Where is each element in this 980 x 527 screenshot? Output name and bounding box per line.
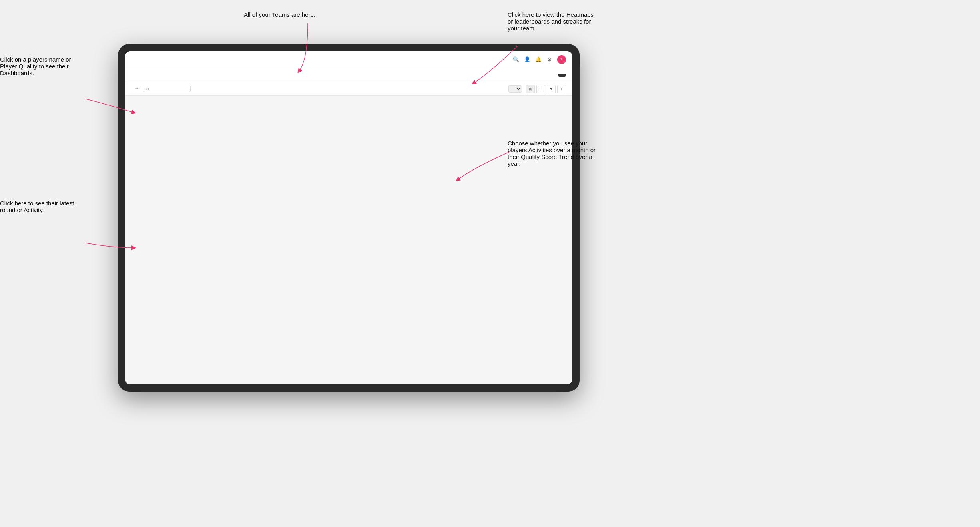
show-select[interactable] xyxy=(508,85,522,93)
tablet-screen: 🔍 👤 🔔 ⚙ P ✏ xyxy=(125,51,572,384)
sub-nav xyxy=(125,68,572,82)
settings-icon[interactable]: ⚙ xyxy=(546,56,553,63)
annotation-heatmaps: Click here to view the Heatmaps or leade… xyxy=(508,11,600,32)
sort-view-button[interactable]: ↕ xyxy=(557,85,566,93)
annotation-players: Click on a players name or Player Qualit… xyxy=(0,56,88,76)
player-grid xyxy=(125,96,572,384)
nav-icons: 🔍 👤 🔔 ⚙ P xyxy=(512,55,566,64)
bell-icon[interactable]: 🔔 xyxy=(535,56,542,63)
grid-view-button[interactable]: ⊞ xyxy=(526,85,535,93)
tablet-frame: 🔍 👤 🔔 ⚙ P ✏ xyxy=(118,44,580,392)
filter-view-button[interactable]: ▼ xyxy=(547,85,556,93)
nav-bar: 🔍 👤 🔔 ⚙ P xyxy=(125,51,572,68)
annotation-teams: All of your Teams are here. xyxy=(244,11,315,18)
add-team-button[interactable] xyxy=(558,74,566,77)
annotation-latest: Click here to see their latest round or … xyxy=(0,200,88,213)
view-icons: ⊞ ☰ ▼ ↕ xyxy=(526,85,566,93)
person-icon[interactable]: 👤 xyxy=(524,56,531,63)
filter-input[interactable] xyxy=(143,86,191,92)
list-view-button[interactable]: ☰ xyxy=(536,85,545,93)
profile-avatar[interactable]: P xyxy=(557,55,566,64)
edit-icon[interactable]: ✏ xyxy=(135,87,139,91)
toolbar: ✏ ⊞ ☰ ▼ ↕ xyxy=(125,82,572,96)
search-icon[interactable]: 🔍 xyxy=(512,56,520,63)
annotation-activity: Choose whether you see your players Acti… xyxy=(508,140,600,167)
